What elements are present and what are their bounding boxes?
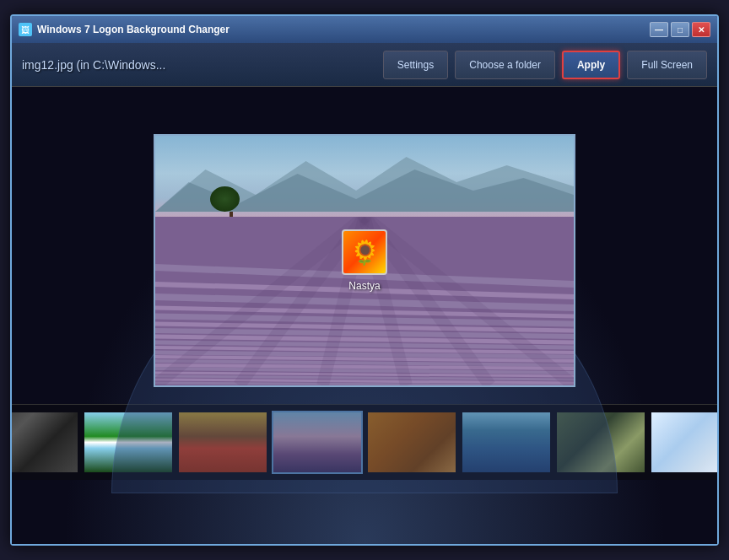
- close-button[interactable]: ✕: [692, 22, 710, 37]
- thumbnail-8[interactable]: [650, 411, 717, 474]
- fullscreen-button[interactable]: Full Screen: [627, 51, 707, 79]
- thumbnail-inner-8: [651, 412, 717, 472]
- window-title: Windows 7 Logon Background Changer: [37, 24, 650, 35]
- thumbnail-1[interactable]: [12, 411, 79, 474]
- user-avatar: 🌻: [342, 229, 387, 275]
- title-bar: 🖼 Windows 7 Logon Background Changer — □…: [12, 16, 717, 43]
- preview-container: 🌻 Nastya: [154, 134, 575, 387]
- preview-background: 🌻 Nastya: [155, 136, 574, 385]
- maximize-button[interactable]: □: [671, 22, 689, 37]
- current-file-label: img12.jpg (in C:\Windows...: [22, 58, 376, 72]
- user-name: Nastya: [348, 280, 380, 292]
- main-content: 🌻 Nastya: [12, 87, 717, 544]
- tree-canopy: [210, 186, 240, 212]
- app-icon: 🖼: [19, 23, 32, 36]
- thumbnail-inner-1: [12, 412, 78, 472]
- toolbar: img12.jpg (in C:\Windows... Settings Cho…: [12, 43, 717, 87]
- settings-button[interactable]: Settings: [383, 51, 448, 79]
- choose-folder-button[interactable]: Choose a folder: [455, 51, 555, 79]
- main-window: 🖼 Windows 7 Logon Background Changer — □…: [10, 14, 719, 546]
- window-controls: — □ ✕: [650, 22, 710, 37]
- minimize-button[interactable]: —: [650, 22, 668, 37]
- apply-button[interactable]: Apply: [562, 51, 620, 79]
- user-icon-container: 🌻 Nastya: [342, 229, 387, 292]
